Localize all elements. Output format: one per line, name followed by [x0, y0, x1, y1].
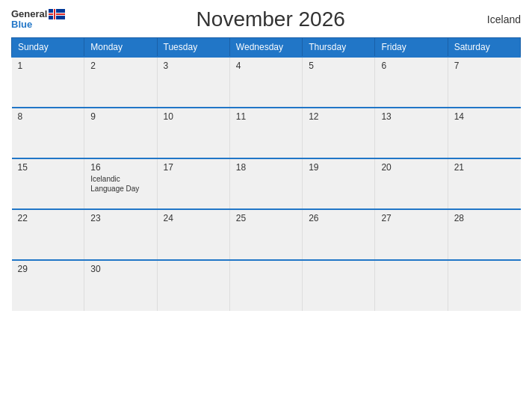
- logo-flag-icon: [49, 9, 65, 19]
- country-label: Iceland: [476, 13, 521, 25]
- day-cell: 25: [229, 209, 302, 260]
- week-row-1: 1234567: [12, 57, 521, 108]
- logo-blue-text: Blue: [11, 19, 32, 30]
- day-number: 6: [381, 61, 441, 71]
- day-number: 12: [309, 111, 368, 122]
- day-cell: [375, 260, 448, 311]
- header-monday: Monday: [84, 38, 157, 58]
- day-number: 1: [18, 61, 78, 71]
- day-cell: 13: [375, 108, 448, 158]
- day-cell: 14: [448, 108, 520, 158]
- day-cell: 4: [229, 57, 302, 108]
- day-cell: 9: [84, 108, 157, 158]
- day-cell: [157, 260, 229, 311]
- day-cell: 21: [448, 158, 520, 209]
- day-number: 5: [309, 61, 368, 71]
- day-number: 30: [90, 264, 150, 274]
- day-number: 2: [90, 61, 150, 71]
- calendar-table: Sunday Monday Tuesday Wednesday Thursday…: [11, 37, 521, 311]
- day-number: 21: [454, 162, 515, 173]
- day-cell: [448, 260, 520, 311]
- day-number: 29: [18, 264, 78, 274]
- day-cell: 28: [448, 209, 520, 260]
- day-cell: 11: [229, 108, 302, 158]
- day-number: 28: [454, 213, 515, 223]
- day-number: 24: [164, 213, 223, 223]
- day-cell: 17: [157, 158, 229, 209]
- day-number: 13: [381, 111, 441, 122]
- day-number: 20: [381, 162, 441, 173]
- day-number: 18: [236, 162, 296, 173]
- week-row-4: 22232425262728: [12, 209, 521, 260]
- calendar-container: General Blue November 2026 Iceland Sunda…: [0, 0, 532, 411]
- day-number: 7: [454, 61, 515, 71]
- day-cell: [303, 260, 375, 311]
- header-tuesday: Tuesday: [157, 38, 229, 58]
- day-cell: 6: [375, 57, 448, 108]
- day-number: 19: [309, 162, 368, 173]
- day-number: 22: [18, 213, 78, 223]
- weekday-header-row: Sunday Monday Tuesday Wednesday Thursday…: [12, 38, 521, 58]
- day-cell: [229, 260, 302, 311]
- day-number: 9: [90, 111, 150, 122]
- logo-general-text: General: [11, 9, 47, 19]
- week-row-5: 2930: [12, 260, 521, 311]
- day-cell: 7: [448, 57, 520, 108]
- day-number: 27: [381, 213, 441, 223]
- day-number: 3: [164, 61, 223, 71]
- header-wednesday: Wednesday: [229, 38, 302, 58]
- day-cell: 15: [12, 158, 84, 209]
- day-cell: 10: [157, 108, 229, 158]
- day-cell: 24: [157, 209, 229, 260]
- day-cell: 2: [84, 57, 157, 108]
- calendar-header: General Blue November 2026 Iceland: [11, 7, 521, 31]
- day-number: 10: [164, 111, 223, 122]
- header-thursday: Thursday: [303, 38, 375, 58]
- day-cell: 23: [84, 209, 157, 260]
- day-number: 16: [90, 162, 150, 173]
- day-cell: 5: [303, 57, 375, 108]
- day-cell: 1: [12, 57, 84, 108]
- event-label: Icelandic Language Day: [90, 174, 150, 194]
- day-number: 11: [236, 111, 296, 122]
- week-row-2: 891011121314: [12, 108, 521, 158]
- day-number: 8: [18, 111, 78, 122]
- day-cell: 8: [12, 108, 84, 158]
- day-cell: 30: [84, 260, 157, 311]
- day-number: 25: [236, 213, 296, 223]
- svg-rect-4: [54, 9, 55, 19]
- day-number: 15: [18, 162, 78, 173]
- day-cell: 29: [12, 260, 84, 311]
- day-cell: 27: [375, 209, 448, 260]
- header-saturday: Saturday: [448, 38, 520, 58]
- day-cell: 18: [229, 158, 302, 209]
- day-number: 23: [90, 213, 150, 223]
- day-cell: 20: [375, 158, 448, 209]
- page-title: November 2026: [65, 7, 476, 31]
- header-friday: Friday: [375, 38, 448, 58]
- day-cell: 22: [12, 209, 84, 260]
- svg-rect-2: [49, 13, 65, 15]
- day-cell: 26: [303, 209, 375, 260]
- day-cell: 12: [303, 108, 375, 158]
- day-cell: 16Icelandic Language Day: [84, 158, 157, 209]
- logo: General Blue: [11, 9, 65, 31]
- day-number: 26: [309, 213, 368, 223]
- day-cell: 19: [303, 158, 375, 209]
- header-sunday: Sunday: [12, 38, 84, 58]
- day-number: 17: [164, 162, 223, 173]
- day-number: 4: [236, 61, 296, 71]
- day-cell: 3: [157, 57, 229, 108]
- week-row-3: 1516Icelandic Language Day1718192021: [12, 158, 521, 209]
- day-number: 14: [454, 111, 515, 122]
